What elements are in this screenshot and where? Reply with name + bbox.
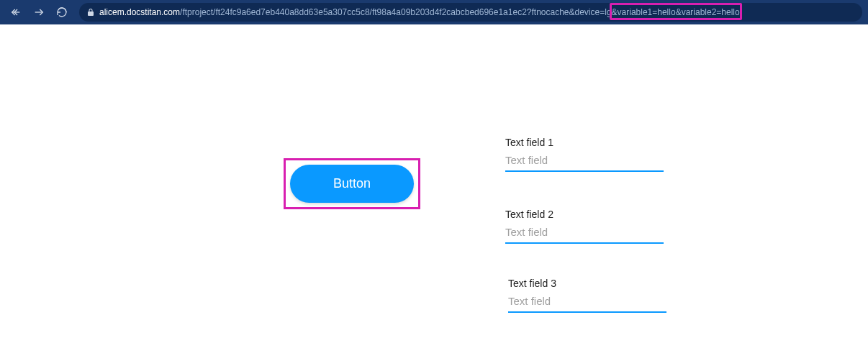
text-field-1-label: Text field 1 [505, 137, 664, 148]
browser-toolbar: alicem.docstitan.com/ftproject/ft24fc9a6… [0, 0, 868, 24]
button-highlight-box: Button [284, 158, 420, 209]
page-content: Button Text field 1 Text field 2 Text fi… [0, 24, 868, 361]
address-bar[interactable]: alicem.docstitan.com/ftproject/ft24fc9a6… [79, 3, 862, 22]
text-field-3: Text field 3 [508, 278, 666, 313]
text-field-3-input[interactable] [508, 292, 666, 313]
forward-button[interactable] [29, 2, 49, 22]
main-button[interactable]: Button [290, 165, 414, 203]
text-field-1: Text field 1 [505, 137, 664, 172]
url-query-highlighted: &variable1=hello&variable2=hello [612, 7, 740, 17]
arrow-right-icon [33, 6, 45, 18]
back-button[interactable] [6, 2, 26, 22]
url-host: alicem.docstitan.com [99, 7, 180, 17]
reload-icon [56, 6, 68, 18]
text-field-1-input[interactable] [505, 151, 664, 172]
text-field-2: Text field 2 [505, 209, 664, 244]
arrow-left-icon [10, 6, 22, 18]
text-field-2-input[interactable] [505, 223, 664, 244]
text-field-3-label: Text field 3 [508, 278, 666, 289]
url-path: /ftproject/ft24fc9a6ed7eb440a8dd63e5a307… [180, 7, 612, 17]
lock-icon [86, 8, 95, 17]
reload-button[interactable] [52, 2, 72, 22]
text-field-2-label: Text field 2 [505, 209, 664, 220]
